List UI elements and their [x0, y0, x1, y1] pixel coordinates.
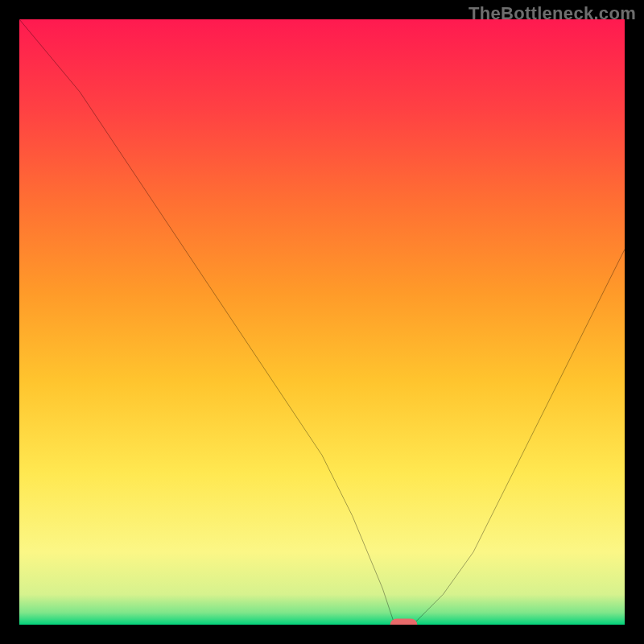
bottleneck-plot: [19, 19, 625, 625]
attribution-label: TheBottleneck.com: [469, 3, 636, 24]
plot-background: [19, 19, 625, 625]
chart-frame: TheBottleneck.com: [0, 0, 644, 644]
optimum-marker: [390, 618, 418, 625]
